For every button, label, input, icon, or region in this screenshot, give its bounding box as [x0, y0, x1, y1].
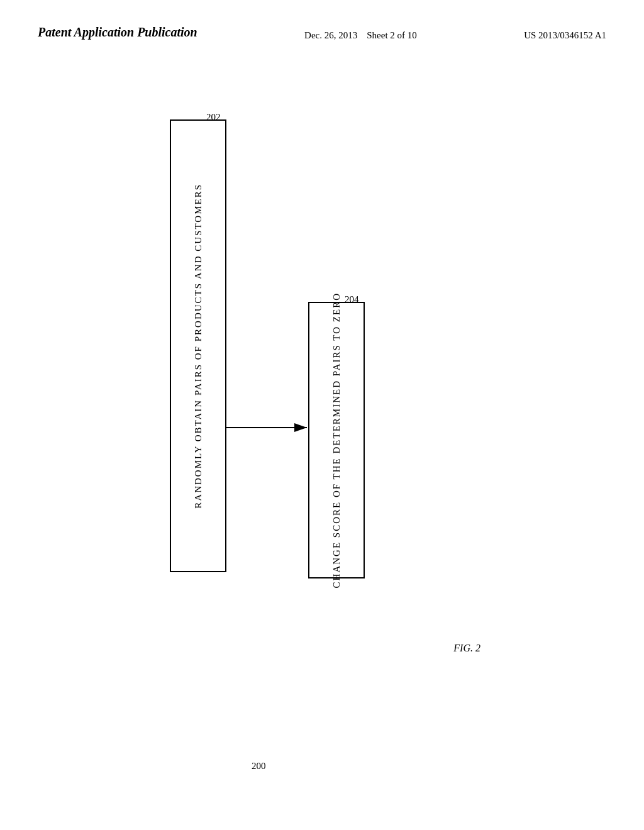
figure-label: FIG. 2 — [453, 643, 480, 654]
header-date-sheet: Dec. 26, 2013 Sheet 2 of 10 — [304, 25, 417, 41]
diagram-area: 202 RANDOMLY OBTAIN PAIRS OF PRODUCTS AN… — [38, 88, 606, 780]
ref-label-200: 200 — [252, 761, 266, 772]
box-202: RANDOMLY OBTAIN PAIRS OF PRODUCTS AND CU… — [170, 119, 226, 572]
header-left: Patent Application Publication — [38, 25, 197, 40]
header-patent-number: US 2013/0346152 A1 — [524, 25, 606, 41]
page-header: Patent Application Publication Dec. 26, … — [0, 0, 644, 53]
box-204: CHANGE SCORE OF THE DETERMINED PAIRS TO … — [308, 302, 365, 578]
flowchart: 202 RANDOMLY OBTAIN PAIRS OF PRODUCTS AN… — [38, 88, 606, 780]
box-204-label: CHANGE SCORE OF THE DETERMINED PAIRS TO … — [331, 292, 342, 588]
patent-application-title: Patent Application Publication — [38, 25, 197, 40]
box-202-label: RANDOMLY OBTAIN PAIRS OF PRODUCTS AND CU… — [193, 184, 204, 509]
